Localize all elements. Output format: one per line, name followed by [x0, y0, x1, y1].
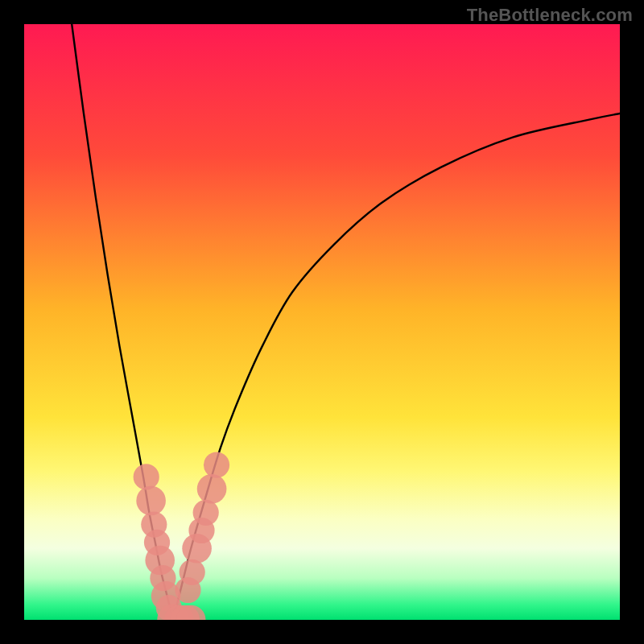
data-marker: [134, 464, 159, 489]
plot-area: [24, 24, 620, 620]
data-marker: [197, 474, 227, 504]
curves-layer: [24, 24, 620, 620]
right-curve: [173, 114, 620, 620]
data-marker: [193, 500, 219, 526]
chart-frame: TheBottleneck.com: [0, 0, 644, 644]
marker-group: [134, 452, 230, 621]
data-marker: [136, 486, 166, 516]
data-marker: [180, 559, 205, 585]
data-marker: [204, 452, 229, 478]
watermark-text: TheBottleneck.com: [467, 5, 633, 26]
